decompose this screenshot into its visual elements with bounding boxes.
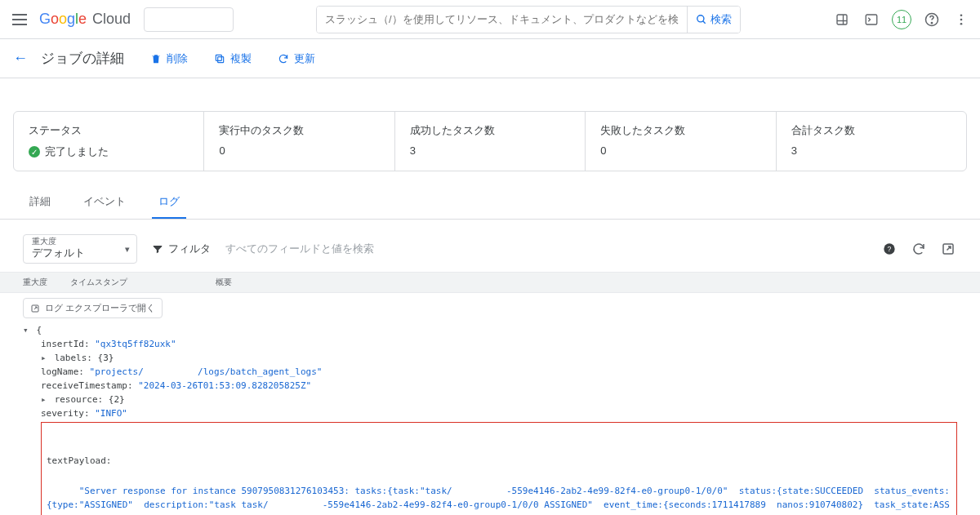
page-title: ジョブの詳細 [41, 49, 124, 68]
svg-rect-10 [216, 55, 221, 60]
log-severity: "INFO" [95, 408, 127, 419]
status-cell-running: 実行中のタスク数 0 [204, 112, 394, 171]
delete-button[interactable]: 削除 [144, 47, 194, 71]
copy-icon [214, 53, 225, 64]
svg-point-0 [697, 15, 704, 21]
status-cell-failed: 失敗したタスク数 0 [586, 112, 776, 171]
trash-icon [150, 53, 162, 64]
status-cell-total: 合計タスク数 3 [777, 112, 966, 171]
tab-events[interactable]: イベント [77, 184, 132, 219]
terminal-icon[interactable] [862, 11, 880, 29]
gcp-logo[interactable]: Google Cloud [39, 11, 131, 28]
svg-line-1 [703, 20, 706, 23]
svg-rect-9 [218, 56, 224, 62]
hamburger-menu-icon[interactable] [10, 10, 29, 29]
tab-details[interactable]: 詳細 [23, 184, 57, 219]
logs-body: ログ エクスプローラで開く ▾ { insertId: "qx3tq5ff82u… [0, 293, 980, 515]
log-header-row: 重大度 タイムスタンプ 概要 [0, 272, 980, 293]
filter-input-placeholder[interactable]: すべてのフィールドと値を検索 [225, 242, 374, 256]
search-box: 検索 [316, 6, 741, 33]
refresh-button[interactable]: 更新 [271, 47, 322, 71]
log-toolbar: 重大度 デフォルト フィルタ すべてのフィールドと値を検索 ? [0, 220, 980, 272]
back-arrow-icon[interactable]: ← [13, 50, 28, 67]
svg-rect-2 [837, 15, 847, 24]
check-circle-icon: ✓ [29, 146, 40, 158]
log-name: "projects/ /logs/batch_agent_logs" [90, 366, 323, 377]
log-resource: {2} [109, 394, 125, 405]
log-text-payload: "Server response for instance 5907950831… [47, 486, 956, 515]
severity-select[interactable]: 重大度 デフォルト [23, 234, 137, 264]
more-icon[interactable] [952, 11, 970, 29]
svg-rect-3 [866, 15, 877, 24]
open-in-logs-explorer-button[interactable]: ログ エクスプローラで開く [23, 298, 163, 318]
svg-point-7 [960, 18, 963, 20]
open-external-icon [30, 304, 40, 313]
notifications-badge[interactable]: 11 [892, 10, 911, 29]
log-insert-id: "qx3tq5ff82uxk" [95, 339, 176, 349]
project-selector[interactable] [144, 7, 234, 32]
tabs: 詳細 イベント ログ [0, 184, 980, 220]
caret-right-icon[interactable]: ▸ [41, 351, 49, 365]
log-col-severity: 重大度 [23, 277, 47, 288]
open-external-icon[interactable] [939, 240, 957, 258]
search-button-label: 検索 [710, 12, 732, 27]
log-col-summary: 概要 [216, 277, 232, 288]
log-col-timestamp: タイムスタンプ [70, 277, 127, 288]
help-icon[interactable] [923, 11, 941, 29]
search-button[interactable]: 検索 [687, 7, 740, 33]
log-receive-timestamp: "2024-03-26T01:53:09.828205825Z" [138, 380, 311, 391]
refresh-icon [278, 53, 289, 64]
svg-point-8 [960, 22, 963, 24]
status-card: ステータス ✓完了しました 実行中のタスク数 0 成功したタスク数 3 失敗した… [13, 111, 967, 171]
log-labels: {3} [98, 353, 114, 363]
reload-icon[interactable] [910, 240, 928, 258]
search-icon [696, 14, 707, 25]
svg-text:?: ? [888, 245, 892, 253]
status-cell-succeeded: 成功したタスク数 3 [395, 112, 586, 171]
gift-icon[interactable] [833, 11, 851, 29]
clone-button[interactable]: 複製 [207, 47, 258, 71]
filter-icon [152, 243, 163, 255]
filter-button[interactable]: フィルタ [152, 242, 211, 256]
svg-point-5 [931, 22, 932, 23]
help-filled-icon[interactable]: ? [880, 240, 898, 258]
status-cell-state: ステータス ✓完了しました [14, 112, 204, 171]
tab-logs[interactable]: ログ [152, 184, 186, 219]
header-utilities: 11 [833, 10, 970, 29]
svg-point-6 [960, 14, 963, 16]
caret-down-icon[interactable]: ▾ [23, 323, 31, 337]
search-input[interactable] [317, 7, 687, 33]
top-header: Google Cloud 検索 11 [0, 0, 980, 39]
caret-right-icon[interactable]: ▸ [41, 393, 49, 406]
log-entry: ▾ { insertId: "qx3tq5ff82uxk" ▸ labels: … [23, 323, 957, 515]
log-text-payload-box: textPayload: "Server response for instan… [41, 422, 957, 515]
page-subheader: ← ジョブの詳細 削除 複製 更新 [0, 39, 980, 78]
